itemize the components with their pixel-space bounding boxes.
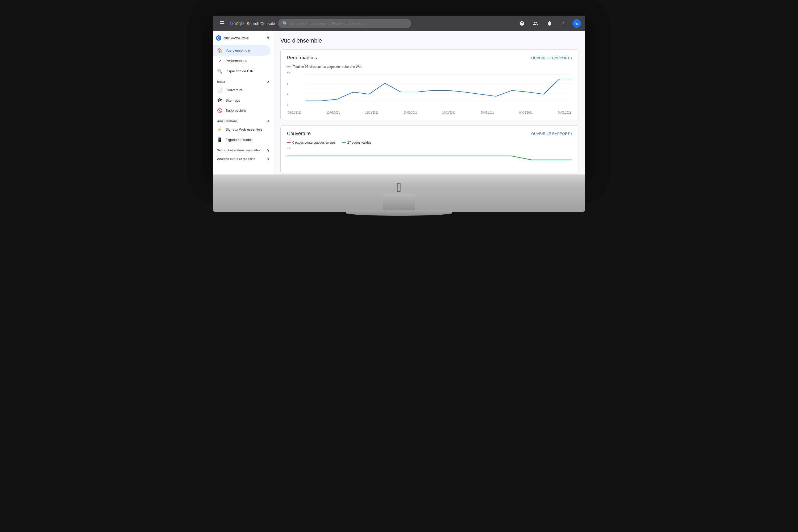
couverture-open-report[interactable]: OUVRIR LE RAPPORT ›: [531, 132, 572, 136]
couverture-legend: 0 pages contenant des erreurs 27 pages v…: [287, 141, 572, 145]
performances-chart: 12 8 4 0: [287, 72, 572, 114]
sidebar-item-performances[interactable]: ↗ Performances: [213, 56, 270, 66]
inspect-icon: 🔍: [217, 69, 222, 74]
suppressions-icon: 🚫: [217, 108, 222, 113]
performances-open-report[interactable]: OUVRIR LE RAPPORT ›: [531, 56, 572, 60]
performances-legend-dot: [287, 66, 291, 67]
google-logo-text: Google: [230, 21, 244, 26]
page-title: Vue d'ensemble: [280, 37, 579, 44]
section-label-anciens-outils: Anciens outils et rapports: [217, 157, 255, 160]
search-input[interactable]: [290, 22, 407, 25]
x-label-4: 24/02/2021: [442, 111, 455, 114]
section-header-anciens-outils: Anciens outils et rapports ∨: [213, 153, 274, 162]
property-icon-inner: [217, 36, 220, 40]
couverture-card: Couverture OUVRIR LE RAPPORT › 0 pages c…: [280, 125, 579, 173]
hamburger-icon[interactable]: ☰: [217, 19, 227, 28]
search-console-label: Search Console: [246, 21, 275, 26]
sidebar-item-vue-ensemble[interactable]: 🏠 Vue d'ensemble: [213, 45, 270, 56]
avatar[interactable]: a: [572, 19, 581, 28]
sidebar-item-inspection-url[interactable]: 🔍 Inspection de l'URL: [213, 66, 270, 76]
search-bar[interactable]: 🔍: [278, 19, 411, 28]
nav-label-performances: Performances: [226, 59, 247, 63]
google-logo: Google Search Console: [230, 21, 275, 26]
couverture-errors-text: 0 pages contenant des erreurs: [292, 141, 336, 145]
errors-legend-dot: [287, 142, 291, 143]
section-chevron-anciens-outils[interactable]: ∨: [267, 157, 269, 161]
performances-legend: Total de 96 clics sur les pages de reche…: [287, 65, 572, 69]
sidebar-item-sitemaps[interactable]: 🗺 Sitemaps: [213, 95, 270, 105]
sidebar-item-signaux-web[interactable]: ⚡ Signaux Web essentiels: [213, 124, 270, 135]
signaux-icon: ⚡: [217, 127, 222, 132]
x-label-0: 08/02/2021: [288, 111, 301, 114]
section-label-securite: Sécurité et actions manuelles: [217, 149, 261, 152]
section-header-index: Index ∧: [213, 76, 274, 85]
trend-icon: ↗: [217, 58, 222, 63]
monitor-stand-body: : [346, 174, 452, 216]
x-label-6: 04/03/2021: [519, 111, 533, 114]
couverture-card-header: Couverture OUVRIR LE RAPPORT ›: [287, 131, 572, 136]
content-area: Vue d'ensemble Performances OUVRIR LE RA…: [274, 31, 585, 174]
monitor-stand: : [213, 174, 585, 212]
valid-legend-dot: [342, 142, 346, 143]
search-icon: 🔍: [283, 21, 288, 26]
y-label-0: 0: [287, 103, 290, 107]
couverture-legend-errors: 0 pages contenant des erreurs: [287, 141, 336, 145]
section-label-ameliorations: Améliorations: [217, 119, 238, 122]
monitor-wrapper: ☰ Google Search Console 🔍: [213, 16, 585, 212]
help-icon[interactable]: [517, 19, 527, 28]
property-url: https://www.//wwe: [224, 36, 264, 40]
chart-x-labels: 08/02/2021 12/02/2021 16/02/2021 20/02/2…: [287, 111, 572, 114]
y-label-12: 12: [287, 72, 290, 75]
section-chevron-securite[interactable]: ∨: [267, 148, 269, 152]
section-header-ameliorations: Améliorations ∧: [213, 116, 274, 124]
sidebar-item-ergonomie[interactable]: 📱 Ergonomie mobile: [213, 135, 270, 145]
x-label-1: 12/02/2021: [327, 111, 340, 114]
sidebar-item-couverture[interactable]: 📄 Couverture: [213, 85, 270, 95]
couverture-report-label: OUVRIR LE RAPPORT: [531, 132, 570, 136]
property-icon: [216, 35, 221, 41]
x-label-2: 16/02/2021: [365, 111, 379, 114]
couverture-chevron-icon: ›: [571, 132, 572, 136]
performances-report-label: OUVRIR LE RAPPORT: [531, 56, 570, 60]
stand-base: [346, 210, 452, 216]
y-label-8: 8: [287, 82, 290, 86]
section-chevron-index[interactable]: ∧: [267, 79, 269, 84]
y-label-4: 4: [287, 93, 290, 96]
performances-legend-text: Total de 96 clics sur les pages de reche…: [293, 65, 362, 69]
couverture-icon: 📄: [217, 88, 222, 93]
section-chevron-ameliorations[interactable]: ∧: [267, 119, 269, 123]
sidebar-item-suppressions[interactable]: 🚫 Suppressions: [213, 105, 270, 116]
nav-label-vue-ensemble: Vue d'ensemble: [226, 49, 250, 52]
ergonomie-icon: 📱: [217, 137, 222, 142]
performances-chart-svg: [287, 72, 572, 109]
sitemaps-icon: 🗺: [217, 98, 222, 103]
nav-label-inspection: Inspection de l'URL: [226, 69, 255, 73]
section-header-securite: Sécurité et actions manuelles ∨: [213, 145, 274, 153]
y-axis-labels: 12 8 4 0: [287, 72, 290, 107]
couverture-chart: 30: [287, 147, 572, 168]
performances-chevron-icon: ›: [571, 56, 572, 60]
couverture-chart-svg: [287, 151, 572, 168]
performances-card-header: Performances OUVRIR LE RAPPORT ›: [287, 55, 572, 61]
x-label-5: 28/02/2021: [481, 111, 494, 114]
property-dropdown-icon[interactable]: ▼: [266, 35, 270, 41]
people-icon[interactable]: [531, 19, 540, 28]
stand-neck: [383, 194, 415, 210]
bell-icon[interactable]: [545, 19, 554, 28]
apps-icon[interactable]: [558, 19, 568, 28]
nav-label-ergonomie: Ergonomie mobile: [226, 138, 253, 142]
nav-label-signaux: Signaux Web essentiels: [226, 128, 263, 131]
main-layout: https://www.//wwe ▼ 🏠 Vue d'ensemble ↗ P…: [213, 31, 585, 174]
couverture-y-label: 30: [287, 147, 572, 150]
property-selector[interactable]: https://www.//wwe ▼: [213, 33, 274, 43]
sidebar: https://www.//wwe ▼ 🏠 Vue d'ensemble ↗ P…: [213, 31, 274, 174]
x-label-3: 20/02/2021: [404, 111, 417, 114]
nav-label-suppressions: Suppressions: [226, 109, 247, 113]
performances-card: Performances OUVRIR LE RAPPORT › Total d…: [280, 50, 579, 120]
nav-label-couverture: Couverture: [226, 88, 243, 92]
couverture-legend-valid: 27 pages valides: [342, 141, 371, 145]
app-window: ☰ Google Search Console 🔍: [213, 16, 585, 174]
section-label-index: Index: [217, 80, 225, 83]
couverture-card-title: Couverture: [287, 131, 311, 136]
nav-label-sitemaps: Sitemaps: [226, 98, 240, 102]
